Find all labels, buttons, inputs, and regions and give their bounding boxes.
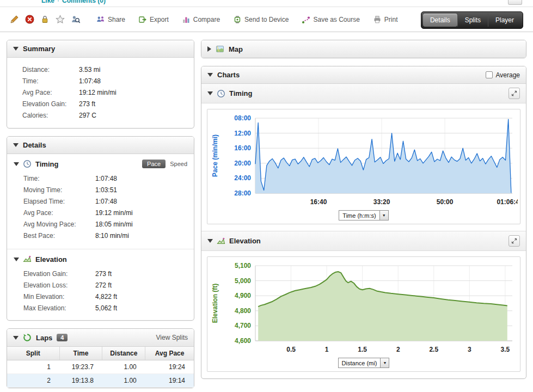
stat-row: Avg Moving Pace:18:05 min/mi xyxy=(23,218,187,230)
print-button[interactable]: Print xyxy=(373,15,398,24)
lap-row[interactable]: 219:13.81.0019:14 xyxy=(7,374,194,388)
collapse-triangle-icon[interactable] xyxy=(14,162,19,166)
stat-row: Avg Pace:19:12 min/mi xyxy=(23,207,187,218)
elevation-chart-title: Elevation xyxy=(229,237,261,245)
delete-icon[interactable] xyxy=(25,15,34,24)
right-column: Map Charts Average Timing xyxy=(201,40,526,387)
laps-table-head: SplitTimeDistanceAvg Pace xyxy=(7,347,194,360)
timing-subheader: Timing Pace Speed xyxy=(7,154,194,171)
stat-label: Avg Pace: xyxy=(22,89,79,96)
print-label: Print xyxy=(384,16,398,23)
lap-row[interactable]: 119:23.71.0019:24 xyxy=(7,360,194,374)
timing-x-axis-select[interactable]: Time (h:m:s) ▼ xyxy=(339,210,388,220)
svg-text:4,700: 4,700 xyxy=(235,322,251,329)
privacy-lock-icon[interactable] xyxy=(40,15,50,24)
tab-details[interactable]: Details xyxy=(423,14,457,27)
left-column: Summary Distance:3.53 miTime:1:07:48Avg … xyxy=(7,40,194,392)
stat-label: Best Pace: xyxy=(23,232,95,240)
topbar-separator: · xyxy=(57,0,59,4)
details-header: Details xyxy=(7,137,194,154)
edit-icon[interactable] xyxy=(10,15,19,24)
svg-text:2: 2 xyxy=(396,346,400,353)
elevation-rows: Elevation Gain:273 ftElevation Loss:272 … xyxy=(7,266,194,320)
topbar-partial-button xyxy=(508,0,522,5)
svg-text:Pace (min/mi): Pace (min/mi) xyxy=(211,134,219,177)
laps-table: SplitTimeDistanceAvg Pace 119:23.71.0019… xyxy=(7,347,194,388)
expand-chart-button[interactable] xyxy=(509,235,520,247)
save-as-course-icon xyxy=(302,15,310,24)
find-people-icon[interactable] xyxy=(71,15,80,24)
export-label: Export xyxy=(150,16,169,23)
timing-chart-title: Timing xyxy=(229,89,252,97)
clock-icon xyxy=(217,89,225,98)
collapse-triangle-icon[interactable] xyxy=(207,91,213,95)
expand-chart-button[interactable] xyxy=(509,88,520,99)
elevation-chart: 4,6004,7004,8004,9005,0005,1000.511.522.… xyxy=(210,261,518,357)
svg-text:01:06:4: 01:06:4 xyxy=(497,198,518,206)
charts-title: Charts xyxy=(217,71,240,79)
stat-label: Elevation Gain: xyxy=(22,100,79,108)
send-to-device-icon xyxy=(233,15,242,24)
timing-chart: 08:0012:0016:0020:0024:0028:0016:4033:20… xyxy=(210,114,518,210)
svg-text:Elevation (ft): Elevation (ft) xyxy=(211,284,219,323)
elevation-subheader: Elevation xyxy=(7,249,194,266)
chevron-down-icon: ▼ xyxy=(380,358,389,367)
view-splits-link[interactable]: View Splits xyxy=(156,334,188,341)
stat-row: Best Pace:8:10 min/mi xyxy=(23,230,187,241)
lap-cell: 1.00 xyxy=(102,360,145,374)
details-title: Details xyxy=(23,141,46,149)
collapse-triangle-icon[interactable] xyxy=(207,239,213,243)
collapse-triangle-icon[interactable] xyxy=(13,47,19,51)
collapse-triangle-icon[interactable] xyxy=(14,258,19,261)
stat-label: Avg Moving Pace: xyxy=(23,220,95,228)
lap-cell: 19:14 xyxy=(145,374,194,388)
elevation-chart-section: Elevation 4,6004,7004,8004,9005,0005,100… xyxy=(201,231,526,372)
favorite-star-icon[interactable] xyxy=(56,15,65,24)
svg-text:0.5: 0.5 xyxy=(286,346,296,353)
collapse-triangle-icon[interactable] xyxy=(13,336,19,340)
like-link[interactable]: Like xyxy=(41,0,54,4)
elevation-x-axis-select[interactable]: Distance (mi) ▼ xyxy=(338,358,390,368)
laps-column-header: Avg Pace xyxy=(145,347,194,360)
export-icon xyxy=(138,15,147,24)
send-to-device-button[interactable]: Send to Device xyxy=(233,15,289,24)
pace-toggle-button[interactable]: Pace xyxy=(142,160,166,168)
stat-value: 1:07:48 xyxy=(95,175,117,182)
svg-text:3.5: 3.5 xyxy=(501,346,510,353)
svg-text:5,100: 5,100 xyxy=(235,262,251,270)
svg-text:4,900: 4,900 xyxy=(235,292,251,299)
elevation-icon xyxy=(217,237,225,246)
svg-text:08:00: 08:00 xyxy=(234,114,251,122)
map-header: Map xyxy=(201,40,526,58)
tab-splits[interactable]: Splits xyxy=(457,14,488,27)
stat-value: 272 ft xyxy=(95,281,112,289)
timing-title: Timing xyxy=(35,160,58,168)
stat-value: 273 ft xyxy=(95,270,112,278)
expand-triangle-icon[interactable] xyxy=(207,46,211,52)
stat-label: Moving Time: xyxy=(23,186,95,194)
svg-text:50:00: 50:00 xyxy=(437,198,454,206)
tab-player[interactable]: Player xyxy=(488,14,521,27)
timing-chart-box: 08:0012:0016:0020:0024:0028:0016:4033:20… xyxy=(207,109,520,224)
speed-toggle-button[interactable]: Speed xyxy=(170,161,187,167)
collapse-triangle-icon[interactable] xyxy=(207,73,213,77)
svg-text:5,000: 5,000 xyxy=(235,277,251,285)
svg-text:3: 3 xyxy=(468,346,471,353)
stat-row: Distance:3.53 mi xyxy=(22,64,186,75)
collapse-triangle-icon[interactable] xyxy=(13,143,19,147)
lap-cell: 1.00 xyxy=(102,374,145,388)
export-button[interactable]: Export xyxy=(138,15,169,24)
stat-row: Moving Time:1:03:51 xyxy=(23,184,187,195)
comments-link[interactable]: Comments (0) xyxy=(62,0,106,4)
svg-text:4,600: 4,600 xyxy=(235,337,251,345)
average-checkbox[interactable] xyxy=(486,71,493,78)
svg-text:1: 1 xyxy=(325,346,329,353)
stat-label: Time: xyxy=(22,77,79,85)
compare-button[interactable]: Compare xyxy=(182,15,220,24)
compare-icon xyxy=(182,15,191,24)
share-button[interactable]: Share xyxy=(96,15,125,24)
elevation-chart-header: Elevation xyxy=(201,231,526,251)
stat-value: 8:10 min/mi xyxy=(95,232,129,240)
save-as-course-button[interactable]: Save as Course xyxy=(302,15,359,24)
stat-value: 273 ft xyxy=(79,100,95,108)
